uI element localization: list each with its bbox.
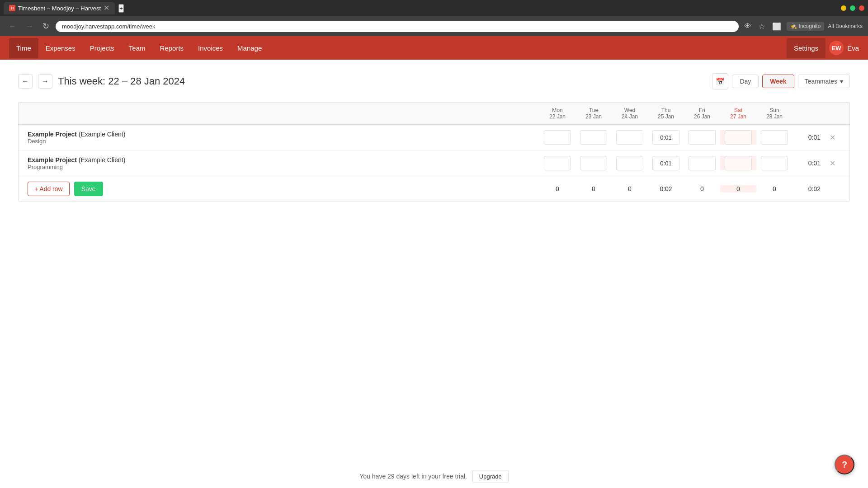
- project-task-2: Programming: [28, 164, 539, 170]
- user-avatar: EW: [829, 41, 844, 55]
- time-mon-row2: [539, 156, 576, 170]
- table-row: Example Project (Example Client) Design …: [19, 125, 849, 150]
- week-header: ← → This week: 22 – 28 Jan 2024 📅 Day We…: [18, 73, 850, 89]
- nav-reports[interactable]: Reports: [153, 38, 191, 58]
- teammates-label: Teammates: [805, 78, 837, 85]
- time-wed-row1: [612, 130, 648, 145]
- header-total-col: [793, 107, 824, 120]
- header-project-col: [28, 107, 539, 120]
- day-view-button[interactable]: Day: [732, 75, 759, 88]
- forward-button[interactable]: →: [23, 21, 36, 32]
- browser-titlebar: H Timesheet – Moodjoy – Harvest ✕ +: [0, 0, 868, 16]
- time-input-thu-row1[interactable]: [652, 130, 679, 145]
- upgrade-button[interactable]: Upgrade: [472, 470, 509, 483]
- time-input-fri-row1[interactable]: [689, 130, 716, 145]
- view-controls: 📅 Day Week Teammates ▾: [712, 73, 850, 89]
- tab-close-button[interactable]: ✕: [104, 5, 109, 12]
- header-mon: Mon 22 Jan: [539, 107, 576, 120]
- header-sun: Sun 28 Jan: [756, 107, 793, 120]
- time-input-sun-row1[interactable]: [761, 130, 788, 145]
- nav-expenses[interactable]: Expenses: [38, 38, 83, 58]
- bookmark-icon[interactable]: ☆: [757, 20, 767, 33]
- address-bar[interactable]: moodjoy.harvestapp.com/time/week: [56, 21, 739, 32]
- time-input-tue-row2[interactable]: [580, 156, 607, 170]
- header-delete-col: [824, 107, 840, 120]
- tab-title: Timesheet – Moodjoy – Harvest: [18, 5, 101, 12]
- project-info-1: Example Project (Example Client) Design: [28, 131, 539, 145]
- time-input-wed-row2[interactable]: [616, 156, 643, 170]
- add-row-button[interactable]: + Add row: [28, 182, 70, 196]
- time-input-sun-row2[interactable]: [761, 156, 788, 170]
- time-input-sat-row2[interactable]: [725, 156, 752, 170]
- incognito-icon: 🕵: [790, 23, 797, 29]
- time-tue-row1: [576, 130, 612, 145]
- time-fri-row1: [684, 130, 720, 145]
- prev-week-button[interactable]: ←: [18, 74, 33, 89]
- back-button[interactable]: ←: [5, 21, 19, 32]
- nav-team[interactable]: Team: [122, 38, 153, 58]
- project-task-1: Design: [28, 138, 539, 145]
- reload-button[interactable]: ↻: [40, 20, 52, 32]
- minimize-button[interactable]: [841, 5, 846, 11]
- top-nav: Time Expenses Projects Team Reports Invo…: [0, 36, 868, 60]
- row-total-1: 0:01: [793, 134, 824, 141]
- teammates-button[interactable]: Teammates ▾: [798, 75, 850, 88]
- time-input-mon-row1[interactable]: [544, 130, 571, 145]
- project-name-2: Example Project (Example Client): [28, 156, 539, 164]
- nav-invoices[interactable]: Invoices: [191, 38, 230, 58]
- time-wed-row2: [612, 156, 648, 170]
- save-button[interactable]: Save: [74, 182, 103, 196]
- sidebar-icon[interactable]: ⬜: [770, 20, 783, 33]
- week-view-button[interactable]: Week: [762, 75, 794, 88]
- nav-projects[interactable]: Projects: [83, 38, 122, 58]
- total-mon: 0: [539, 185, 576, 192]
- time-input-tue-row1[interactable]: [580, 130, 607, 145]
- total-fri: 0: [684, 185, 720, 192]
- time-input-wed-row1[interactable]: [616, 130, 643, 145]
- total-tue: 0: [576, 185, 612, 192]
- incognito-label: Incognito: [799, 23, 821, 29]
- week-title: This week: 22 – 28 Jan 2024: [58, 75, 185, 87]
- timesheet-container: Mon 22 Jan Tue 23 Jan Wed 24 Jan Thu 25 …: [18, 102, 850, 202]
- close-button[interactable]: [859, 5, 864, 11]
- delete-row-2-button[interactable]: ✕: [824, 159, 840, 168]
- delete-row-1-button[interactable]: ✕: [824, 133, 840, 142]
- next-week-button[interactable]: →: [38, 74, 52, 89]
- total-thu: 0:02: [648, 185, 684, 192]
- help-button[interactable]: ?: [835, 455, 854, 474]
- nav-time[interactable]: Time: [9, 38, 38, 58]
- time-input-mon-row2[interactable]: [544, 156, 571, 170]
- time-input-thu-row2[interactable]: [652, 156, 679, 170]
- maximize-button[interactable]: [850, 5, 855, 11]
- header-sat: Sat 27 Jan: [720, 107, 756, 120]
- time-fri-row2: [684, 156, 720, 170]
- header-fri: Fri 26 Jan: [684, 107, 720, 120]
- calendar-icon-button[interactable]: 📅: [712, 73, 728, 89]
- time-thu-row1: [648, 130, 684, 145]
- incognito-badge: 🕵 Incognito: [787, 22, 825, 31]
- table-row: Example Project (Example Client) Program…: [19, 150, 849, 176]
- footer-row: + Add row Save 0 0 0 0:02 0 0 0 0:02: [19, 176, 849, 202]
- time-input-fri-row2[interactable]: [689, 156, 716, 170]
- timesheet-header: Mon 22 Jan Tue 23 Jan Wed 24 Jan Thu 25 …: [19, 103, 849, 125]
- total-wed: 0: [612, 185, 648, 192]
- nav-right: Settings EW Eva: [787, 38, 859, 58]
- settings-link[interactable]: Settings: [787, 38, 826, 58]
- nav-manage[interactable]: Manage: [230, 38, 269, 58]
- tab-favicon: H: [9, 5, 15, 11]
- header-tue: Tue 23 Jan: [576, 107, 612, 120]
- trial-message: You have 29 days left in your free trial…: [359, 473, 467, 480]
- browser-tab[interactable]: H Timesheet – Moodjoy – Harvest ✕: [4, 2, 115, 14]
- main-content: ← → This week: 22 – 28 Jan 2024 📅 Day We…: [0, 60, 868, 461]
- app-content: Time Expenses Projects Team Reports Invo…: [0, 36, 868, 488]
- time-input-sat-row1[interactable]: [725, 130, 752, 145]
- project-info-2: Example Project (Example Client) Program…: [28, 156, 539, 170]
- time-tue-row2: [576, 156, 612, 170]
- time-sat-row2: [720, 156, 756, 170]
- window-controls: [841, 5, 864, 11]
- chevron-down-icon: ▾: [840, 78, 843, 85]
- total-week: 0:02: [793, 185, 824, 192]
- eye-slash-icon[interactable]: 👁︎: [742, 20, 753, 32]
- new-tab-button[interactable]: +: [118, 4, 124, 13]
- time-thu-row2: [648, 156, 684, 170]
